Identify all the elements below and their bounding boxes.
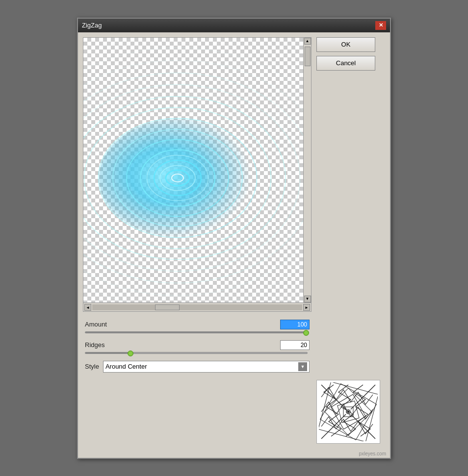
ridges-slider-thumb[interactable] [128, 351, 133, 356]
thumbnail-preview [316, 380, 380, 444]
title-bar: ZigZag ✕ [78, 19, 390, 32]
amount-slider-thumb[interactable] [303, 330, 309, 336]
scroll-thumb-h[interactable] [155, 304, 180, 310]
svg-point-28 [347, 411, 349, 413]
scroll-down-arrow[interactable]: ▼ [304, 296, 311, 302]
style-dropdown-arrow[interactable]: ▼ [298, 362, 307, 371]
ridges-slider-fill [85, 352, 130, 353]
amount-slider-row [85, 331, 310, 333]
amount-slider-fill [85, 332, 307, 333]
dialog-body: ▲ ▼ ◄ ► − + ▼ [78, 32, 390, 449]
cancel-button[interactable]: Cancel [316, 56, 375, 71]
zigzag-ripple-preview [83, 38, 303, 302]
scroll-left-arrow[interactable]: ◄ [84, 304, 91, 311]
style-label: Style [85, 363, 99, 370]
style-select[interactable]: Around Center ▼ [103, 361, 310, 373]
scroll-right-arrow[interactable]: ► [303, 304, 310, 311]
controls-section: Amount 100 Ridges 20 [83, 316, 312, 376]
scroll-up-arrow[interactable]: ▲ [304, 38, 311, 45]
watermark: pxleyes.com [359, 451, 386, 456]
amount-label: Amount [85, 321, 124, 328]
left-panel: ▲ ▼ ◄ ► − + ▼ [83, 37, 312, 444]
scroll-track-h[interactable] [92, 304, 302, 310]
dialog-title: ZigZag [82, 22, 102, 29]
horizontal-scrollbar: ◄ ► [83, 302, 311, 312]
style-select-value: Around Center [105, 363, 147, 370]
ridges-slider-track[interactable] [85, 352, 308, 354]
zigzag-dialog: ZigZag ✕ [77, 18, 391, 459]
scroll-thumb-v[interactable] [305, 47, 311, 66]
amount-value[interactable]: 100 [280, 320, 310, 329]
preview-canvas-area [83, 38, 303, 302]
amount-slider-track[interactable] [85, 331, 308, 333]
style-row: Style Around Center ▼ [85, 361, 310, 373]
amount-row: Amount 100 [85, 320, 310, 329]
ridges-slider-row [85, 352, 310, 354]
ok-button[interactable]: OK [316, 37, 375, 52]
close-button[interactable]: ✕ [375, 21, 386, 30]
ridges-value[interactable]: 20 [280, 340, 310, 350]
svg-point-0 [99, 119, 256, 237]
ripple-svg [83, 38, 303, 302]
ridges-label: Ridges [85, 341, 124, 349]
ridges-row: Ridges 20 [85, 340, 310, 350]
vertical-scrollbar: ▲ ▼ [303, 38, 311, 302]
thumbnail-svg [319, 382, 378, 441]
preview-container: ▲ ▼ ◄ ► − + ▼ [83, 37, 312, 312]
right-panel: OK Cancel [316, 37, 385, 444]
